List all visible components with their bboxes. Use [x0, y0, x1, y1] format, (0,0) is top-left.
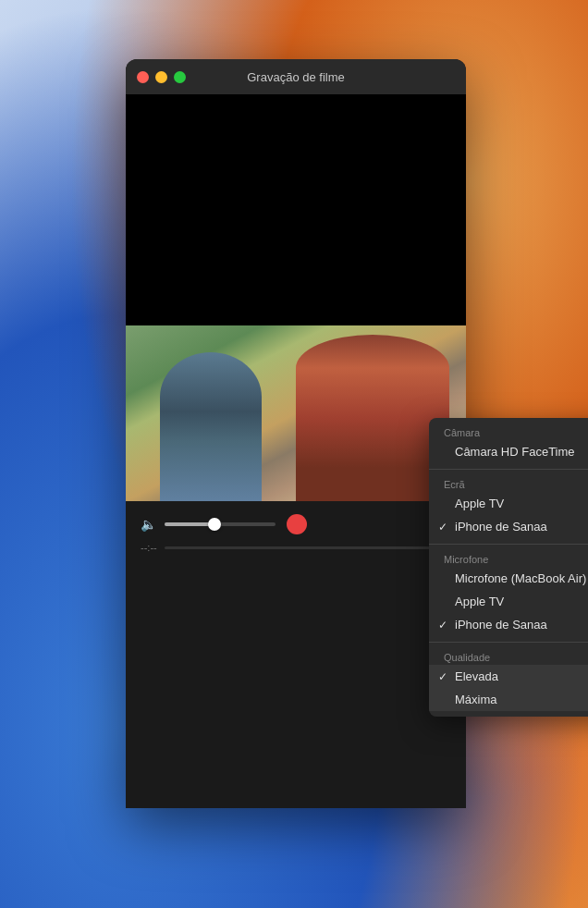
timeline-bar[interactable] — [165, 546, 451, 549]
screen-section: Ecrã Apple TV iPhone de Sanaa — [429, 469, 588, 544]
main-window: Gravação de filme 🔈 --:-- Câmara — [126, 59, 466, 808]
video-preview-photo — [126, 325, 466, 501]
quality-section-label: Qualidade — [429, 648, 588, 665]
volume-icon: 🔈 — [141, 517, 157, 532]
context-menu: Câmara Câmara HD FaceTime Ecrã Apple TV … — [429, 418, 588, 717]
minimize-button[interactable] — [155, 71, 167, 83]
volume-slider-thumb[interactable] — [208, 518, 221, 531]
quality-section: Qualidade Elevada Máxima — [429, 642, 588, 717]
timeline-row: --:-- — [126, 542, 466, 553]
window-controls — [137, 71, 186, 83]
volume-slider-fill — [165, 522, 214, 526]
quality-option-high[interactable]: Elevada — [429, 665, 588, 688]
screen-option-iphone[interactable]: iPhone de Sanaa — [429, 515, 588, 538]
screen-section-label: Ecrã — [429, 475, 588, 492]
microphone-option-iphone[interactable]: iPhone de Sanaa — [429, 613, 588, 636]
microphone-option-appletv[interactable]: Apple TV — [429, 590, 588, 613]
volume-slider[interactable] — [165, 522, 276, 526]
window-title: Gravação de filme — [247, 70, 345, 84]
maximize-button[interactable] — [174, 71, 186, 83]
camera-section: Câmara Câmara HD FaceTime — [429, 418, 588, 469]
close-button[interactable] — [137, 71, 149, 83]
camera-option-facetime[interactable]: Câmara HD FaceTime — [429, 440, 588, 463]
record-button[interactable] — [287, 514, 307, 534]
video-preview-black — [126, 94, 466, 325]
quality-option-max[interactable]: Máxima — [429, 688, 588, 711]
screen-option-appletv[interactable]: Apple TV — [429, 492, 588, 515]
controls-area: 🔈 --:-- Câmara Câmara HD FaceTime — [126, 501, 466, 808]
titlebar: Gravação de filme — [126, 59, 466, 94]
microphone-option-macbook[interactable]: Microfone (MacBook Air) — [429, 567, 588, 590]
camera-section-label: Câmara — [429, 423, 588, 440]
microphone-section-label: Microfone — [429, 550, 588, 567]
time-display: --:-- — [141, 542, 157, 553]
playback-controls-row: 🔈 — [126, 501, 466, 542]
microphone-section: Microfone Microfone (MacBook Air) Apple … — [429, 544, 588, 642]
